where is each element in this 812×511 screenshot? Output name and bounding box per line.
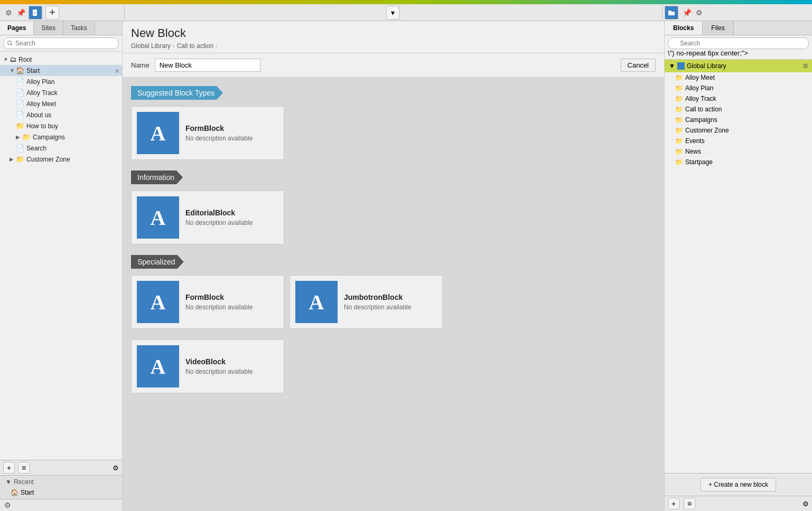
start-label: Start xyxy=(26,67,40,74)
toolbar-left: ⚙ 📌 + xyxy=(2,6,125,20)
formblock-name-specialized: FormBlock xyxy=(185,293,253,301)
tree-item-campaigns[interactable]: ▶ 📁 Campaigns xyxy=(0,131,122,143)
breadcrumb-call-to-action[interactable]: Call to action xyxy=(177,42,213,50)
name-input[interactable] xyxy=(155,59,260,72)
gear-icon-left[interactable]: ⚙ xyxy=(5,8,12,17)
list-right-btn[interactable]: ≡ xyxy=(684,498,695,509)
formblock-desc-specialized: No description available xyxy=(185,304,253,311)
tab-files[interactable]: Files xyxy=(703,21,733,35)
block-card-editorialblock[interactable]: A EditorialBlock No description availabl… xyxy=(131,191,284,244)
recent-header[interactable]: ▼ Recent xyxy=(0,477,122,487)
tree-item-search[interactable]: 📄 Search xyxy=(0,143,122,154)
jumbotronblock-thumb: A xyxy=(295,281,338,323)
about-us-label: About us xyxy=(26,111,51,119)
folder-icon-btn[interactable] xyxy=(665,6,678,20)
right-tab-bar: Blocks Files xyxy=(665,21,812,35)
right-tree-alloy-plan[interactable]: 📁 Alloy Plan xyxy=(665,83,812,93)
block-grid-information: A EditorialBlock No description availabl… xyxy=(131,191,656,244)
call-to-action-r-icon: 📁 xyxy=(675,106,683,113)
editorialblock-desc: No description available xyxy=(185,219,253,226)
pin-icon-left[interactable]: 📌 xyxy=(16,8,25,17)
block-grid-suggested: A FormBlock No description available xyxy=(131,106,656,160)
block-card-videoblock[interactable]: A VideoBlock No description available xyxy=(131,339,284,393)
section-information-label: Information xyxy=(137,173,174,182)
campaigns-r-icon: 📁 xyxy=(675,116,683,124)
how-to-buy-label: How to buy xyxy=(26,122,58,130)
right-tree-campaigns[interactable]: 📁 Campaigns xyxy=(665,115,812,125)
list-footer-btn[interactable]: ≡ xyxy=(18,462,30,474)
tree-item-how-to-buy[interactable]: 📁 How to buy xyxy=(0,120,122,131)
left-search-input[interactable] xyxy=(3,37,119,49)
gear-right-icon[interactable]: ⚙ xyxy=(802,500,809,508)
campaigns-toggle[interactable]: ▶ xyxy=(16,134,21,140)
breadcrumb-global-library[interactable]: Global Library xyxy=(131,42,171,50)
add-page-btn[interactable]: + xyxy=(45,6,59,20)
right-tree-alloy-meet[interactable]: 📁 Alloy Meet xyxy=(665,72,812,83)
section-information: Information xyxy=(131,171,183,184)
right-search-box: \") no-repeat 6px center;"> xyxy=(665,35,812,60)
pin-icon-right[interactable]: 📌 xyxy=(683,8,692,17)
alloy-track-label: Alloy Track xyxy=(26,89,58,97)
start-toggle[interactable]: ▼ xyxy=(10,68,15,73)
right-tree-global-library[interactable]: ▼ Global Library ≡ xyxy=(665,60,812,72)
root-icon: 🗂 xyxy=(10,55,16,63)
name-row: Name Cancel xyxy=(123,53,664,78)
svg-rect-1 xyxy=(34,13,36,13)
tree-item-start[interactable]: ▼ 🏠 Start ≡ xyxy=(0,65,122,76)
tab-blocks[interactable]: Blocks xyxy=(665,21,703,35)
create-block-button[interactable]: + Create a new block xyxy=(701,478,776,491)
block-card-formblock-specialized[interactable]: A FormBlock No description available xyxy=(131,275,284,329)
block-card-jumbotronblock[interactable]: A JumbotronBlock No description availabl… xyxy=(290,275,443,329)
right-search-input[interactable] xyxy=(668,37,809,49)
global-library-label: Global Library xyxy=(687,62,803,70)
right-tree-news[interactable]: 📁 News xyxy=(665,146,812,157)
add-right-btn[interactable]: + xyxy=(668,498,679,509)
recent-label: Recent xyxy=(14,478,34,486)
tab-pages[interactable]: Pages xyxy=(0,21,34,35)
right-tree-events[interactable]: 📁 Events xyxy=(665,136,812,146)
tree-item-customer-zone[interactable]: ▶ 📁 Customer Zone xyxy=(0,154,122,165)
add-page-footer-btn[interactable]: + xyxy=(3,462,15,474)
alloy-meet-r-icon: 📁 xyxy=(675,74,683,81)
block-list-area: Suggested Block Types A FormBlock No des… xyxy=(123,78,664,511)
right-tree-alloy-track[interactable]: 📁 Alloy Track xyxy=(665,93,812,104)
right-tree-call-to-action[interactable]: 📁 Call to action xyxy=(665,104,812,115)
start-menu[interactable]: ≡ xyxy=(116,68,119,74)
right-panel: Blocks Files \") no-repeat 6px center;">… xyxy=(664,21,812,511)
tab-tasks[interactable]: Tasks xyxy=(63,21,95,35)
global-library-expand-icon: ▼ xyxy=(669,62,675,70)
recent-item-start[interactable]: 🏠 Start xyxy=(0,487,122,498)
tree-item-alloy-plan[interactable]: 📄 Alloy Plan xyxy=(0,76,122,87)
gear-footer-icon[interactable]: ⚙ xyxy=(113,464,119,472)
center-header: New Block Global Library › Call to actio… xyxy=(123,21,664,53)
customer-zone-toggle[interactable]: ▶ xyxy=(10,156,15,162)
tree-item-root[interactable]: ▼ 🗂 Root xyxy=(0,54,122,65)
about-us-icon: 📄 xyxy=(16,111,24,119)
global-library-menu[interactable]: ≡ xyxy=(803,61,808,71)
formblock-thumb-specialized: A xyxy=(137,281,179,323)
alloy-track-icon: 📄 xyxy=(16,89,24,97)
block-card-formblock-suggested[interactable]: A FormBlock No description available xyxy=(131,106,284,160)
right-tree-customer-zone[interactable]: 📁 Customer Zone xyxy=(665,125,812,136)
pages-icon-btn[interactable] xyxy=(29,6,42,20)
root-toggle[interactable]: ▼ xyxy=(3,56,8,62)
right-tree-area: ▼ Global Library ≡ 📁 Alloy Meet 📁 Alloy … xyxy=(665,60,812,473)
gear-bottom-left[interactable]: ⚙ xyxy=(4,501,11,509)
tree-item-about-us[interactable]: 📄 About us xyxy=(0,109,122,120)
customer-zone-r-label: Customer Zone xyxy=(685,127,808,134)
recent-toggle[interactable]: ▼ xyxy=(5,478,12,486)
startpage-r-label: Startpage xyxy=(685,158,808,166)
dropdown-btn[interactable]: ▾ xyxy=(386,6,399,20)
left-tree-area: ▼ 🗂 Root ▼ 🏠 Start ≡ 📄 Alloy Plan xyxy=(0,52,122,460)
campaigns-icon: 📁 xyxy=(22,133,31,141)
right-tree-startpage[interactable]: 📁 Startpage xyxy=(665,157,812,167)
alloy-meet-r-label: Alloy Meet xyxy=(685,74,808,81)
recent-item-icon: 🏠 xyxy=(11,489,18,496)
tab-sites[interactable]: Sites xyxy=(34,21,63,35)
name-label: Name xyxy=(131,61,150,69)
formblock-info-suggested: FormBlock No description available xyxy=(185,124,253,142)
tree-item-alloy-track[interactable]: 📄 Alloy Track xyxy=(0,87,122,98)
tree-item-alloy-meet[interactable]: 📄 Alloy Meet xyxy=(0,98,122,109)
gear-icon-right[interactable]: ⚙ xyxy=(696,8,703,17)
cancel-button[interactable]: Cancel xyxy=(621,59,656,72)
